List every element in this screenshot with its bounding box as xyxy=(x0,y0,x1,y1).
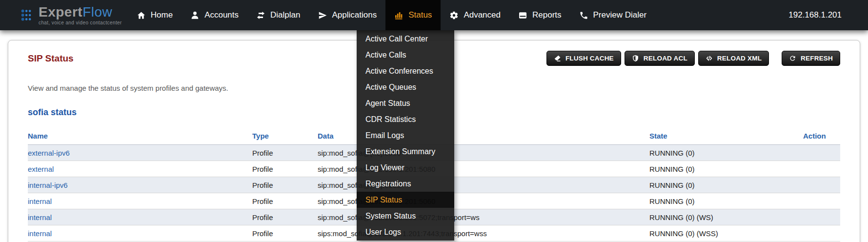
profile-action-cell xyxy=(803,225,840,242)
menu-item-cdr-statistics[interactable]: CDR Statistics xyxy=(357,111,454,127)
menu-item-registrations[interactable]: Registrations xyxy=(357,176,454,192)
profile-action-cell xyxy=(803,145,840,161)
profile-type-cell: Profile xyxy=(252,161,318,177)
menu-item-active-conferences[interactable]: Active Conferences xyxy=(357,63,454,79)
brand-tagline: chat, voice and video contactcenter xyxy=(39,20,122,25)
bar-chart-icon xyxy=(394,11,404,20)
button-label: RELOAD ACL xyxy=(644,55,687,62)
shield-icon xyxy=(632,55,639,62)
nav-label: Accounts xyxy=(204,10,239,20)
profile-state-cell: RUNNING (0) xyxy=(649,161,803,177)
profile-action-cell xyxy=(803,177,840,193)
profile-name-link[interactable]: external xyxy=(28,165,54,173)
nav-label: Advanced xyxy=(464,10,501,20)
status-dropdown: Active Call CenterActive CallsActive Con… xyxy=(357,30,454,241)
profile-name-link[interactable]: external-ipv6 xyxy=(28,149,70,157)
profile-action-cell xyxy=(803,209,840,225)
nav-item-accounts[interactable]: Accounts xyxy=(182,0,247,30)
profile-action-cell xyxy=(803,161,840,177)
menu-item-agent-status[interactable]: Agent Status xyxy=(357,95,454,111)
toolbar: FLUSH CACHE RELOAD ACL RELOAD XML REFRES… xyxy=(546,51,840,66)
menu-item-active-calls[interactable]: Active Calls xyxy=(357,47,454,63)
button-label: REFRESH xyxy=(801,55,833,62)
menu-item-log-viewer[interactable]: Log Viewer xyxy=(357,160,454,176)
column-header-state: State xyxy=(649,129,803,145)
profile-action-cell xyxy=(803,193,840,209)
reload-xml-button[interactable]: RELOAD XML xyxy=(698,51,769,66)
user-icon xyxy=(190,11,200,20)
menu-item-active-queues[interactable]: Active Queues xyxy=(357,79,454,95)
page-title: SIP Status xyxy=(28,53,74,64)
profile-state-cell: RUNNING (0) xyxy=(649,193,803,209)
profile-state-cell: RUNNING (0) xyxy=(649,145,803,161)
reload-acl-button[interactable]: RELOAD ACL xyxy=(625,51,695,66)
brand-secondary: Flow xyxy=(82,4,112,20)
phone-icon xyxy=(579,11,588,20)
code-icon xyxy=(706,55,713,62)
gear-icon xyxy=(449,11,459,20)
profile-type-cell: Profile xyxy=(252,225,318,242)
home-icon xyxy=(137,11,146,20)
nav-item-applications[interactable]: Applications xyxy=(309,0,386,30)
nav-label: Applications xyxy=(332,10,377,20)
menu-item-sip-status[interactable]: SIP Status xyxy=(357,192,454,208)
main-nav: Home Accounts Dialplan Applications Stat… xyxy=(128,0,655,30)
brand-primary: Expert xyxy=(39,4,82,20)
nav-item-reports[interactable]: Reports xyxy=(509,0,570,30)
profile-type-cell: Profile xyxy=(252,145,318,161)
nav-label: Dialplan xyxy=(270,10,300,20)
profile-type-cell: Profile xyxy=(252,209,318,225)
menu-item-system-status[interactable]: System Status xyxy=(357,208,454,224)
profile-state-cell: RUNNING (0) (WS) xyxy=(649,209,803,225)
nav-label: Home xyxy=(151,10,173,20)
column-header-action: Action xyxy=(803,129,840,145)
profile-name-link[interactable]: internal xyxy=(28,229,52,238)
button-label: FLUSH CACHE xyxy=(565,55,614,62)
swap-arrows-icon xyxy=(256,11,265,20)
nav-label: Preview Dialer xyxy=(593,10,647,20)
nav-label: Status xyxy=(408,10,432,20)
column-header-name: Name xyxy=(28,129,252,145)
nav-item-advanced[interactable]: Advanced xyxy=(441,0,509,30)
profile-name-link[interactable]: internal xyxy=(28,197,52,205)
nav-item-dialplan[interactable]: Dialplan xyxy=(247,0,309,30)
profile-state-cell: RUNNING (0) xyxy=(649,177,803,193)
profile-name-link[interactable]: internal xyxy=(28,213,52,222)
logo-grid-icon xyxy=(20,8,34,22)
eraser-icon xyxy=(554,55,561,62)
nav-label: Reports xyxy=(532,10,562,20)
profile-type-cell: Profile xyxy=(252,177,318,193)
paper-plane-icon xyxy=(318,11,327,20)
column-header-type: Type xyxy=(252,129,318,145)
brand-name: ExpertFlow xyxy=(39,5,122,19)
flush-cache-button[interactable]: FLUSH CACHE xyxy=(546,51,621,66)
top-navbar: ExpertFlow chat, voice and video contact… xyxy=(0,0,868,30)
server-address: 192.168.1.201 xyxy=(788,10,842,20)
profile-state-cell: RUNNING (0) (WSS) xyxy=(649,225,803,242)
menu-item-active-call-center[interactable]: Active Call Center xyxy=(357,31,454,47)
app-logo[interactable]: ExpertFlow chat, voice and video contact… xyxy=(20,5,122,25)
menu-item-email-logs[interactable]: Email Logs xyxy=(357,127,454,143)
refresh-button[interactable]: REFRESH xyxy=(782,51,840,66)
profile-name-link[interactable]: internal-ipv6 xyxy=(28,181,68,189)
drive-icon xyxy=(518,11,527,20)
nav-item-status[interactable]: Status xyxy=(385,0,441,30)
nav-item-preview-dialer[interactable]: Preview Dialer xyxy=(570,0,656,30)
profile-type-cell: Profile xyxy=(252,193,318,209)
refresh-icon xyxy=(789,55,796,62)
menu-item-user-logs[interactable]: User Logs xyxy=(357,224,454,240)
button-label: RELOAD XML xyxy=(717,55,762,62)
menu-item-extension-summary[interactable]: Extension Summary xyxy=(357,143,454,160)
nav-item-home[interactable]: Home xyxy=(128,0,182,30)
